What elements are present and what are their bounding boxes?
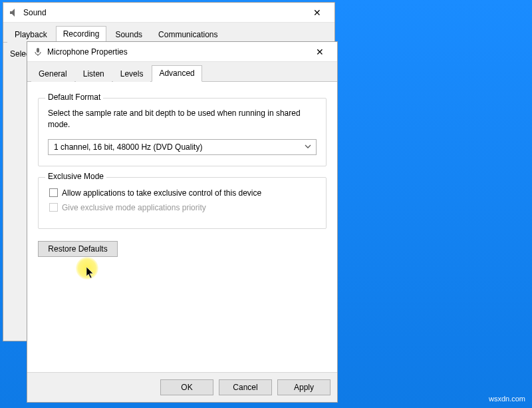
sound-close-icon[interactable]: ✕: [304, 5, 331, 21]
tab-playback[interactable]: Playback: [7, 27, 55, 43]
checkbox-row-allow: Allow applications to take exclusive con…: [49, 188, 317, 198]
microphone-icon: [33, 47, 43, 57]
checkbox-row-priority: Give exclusive mode applications priorit…: [49, 203, 317, 212]
default-format-legend: Default Format: [45, 93, 103, 102]
tab-listen[interactable]: Listen: [76, 66, 112, 82]
mic-titlebar: Microphone Properties ✕: [27, 42, 337, 62]
mic-properties-window: Microphone Properties ✕ General Listen L…: [27, 41, 338, 403]
svg-rect-1: [37, 48, 39, 53]
restore-defaults-button[interactable]: Restore Defaults: [38, 241, 118, 257]
default-format-selected: 1 channel, 16 bit, 48000 Hz (DVD Quality…: [54, 142, 303, 152]
tab-sounds[interactable]: Sounds: [108, 27, 150, 43]
exclusive-mode-group: Exclusive Mode Allow applications to tak…: [38, 177, 327, 229]
chevron-down-icon: [303, 142, 313, 152]
sound-titlebar: Sound ✕: [3, 3, 334, 23]
mic-body: Default Format Select the sample rate an…: [27, 82, 337, 372]
cancel-button[interactable]: Cancel: [219, 379, 272, 395]
default-format-description: Select the sample rate and bit depth to …: [48, 108, 317, 131]
default-format-combo[interactable]: 1 channel, 16 bit, 48000 Hz (DVD Quality…: [48, 139, 317, 155]
exclusive-mode-legend: Exclusive Mode: [45, 172, 106, 181]
checkbox-priority-label: Give exclusive mode applications priorit…: [62, 203, 206, 212]
mic-tabs: General Listen Levels Advanced: [27, 62, 337, 82]
mic-window-title: Microphone Properties: [47, 47, 307, 57]
dialog-button-row: OK Cancel Apply: [27, 372, 337, 402]
desktop: Sound ✕ Playback Recording Sounds Commun…: [0, 0, 532, 408]
checkbox-allow-label: Allow applications to take exclusive con…: [62, 188, 261, 198]
sound-icon: [9, 7, 19, 18]
mic-close-icon[interactable]: ✕: [307, 44, 333, 60]
tab-general[interactable]: General: [31, 66, 74, 82]
tab-communications[interactable]: Communications: [151, 27, 225, 43]
tab-recording[interactable]: Recording: [56, 26, 107, 43]
checkbox-allow-exclusive[interactable]: [49, 188, 58, 197]
apply-button[interactable]: Apply: [277, 379, 331, 395]
checkbox-priority[interactable]: [49, 203, 58, 212]
sound-tabs: Playback Recording Sounds Communications: [3, 23, 334, 43]
svg-marker-0: [10, 9, 15, 17]
tab-advanced[interactable]: Advanced: [152, 65, 201, 82]
ok-button[interactable]: OK: [160, 379, 213, 395]
default-format-group: Default Format Select the sample rate an…: [38, 98, 327, 166]
tab-levels[interactable]: Levels: [113, 66, 151, 82]
sound-window-title: Sound: [23, 8, 304, 17]
watermark: wsxdn.com: [489, 395, 525, 403]
